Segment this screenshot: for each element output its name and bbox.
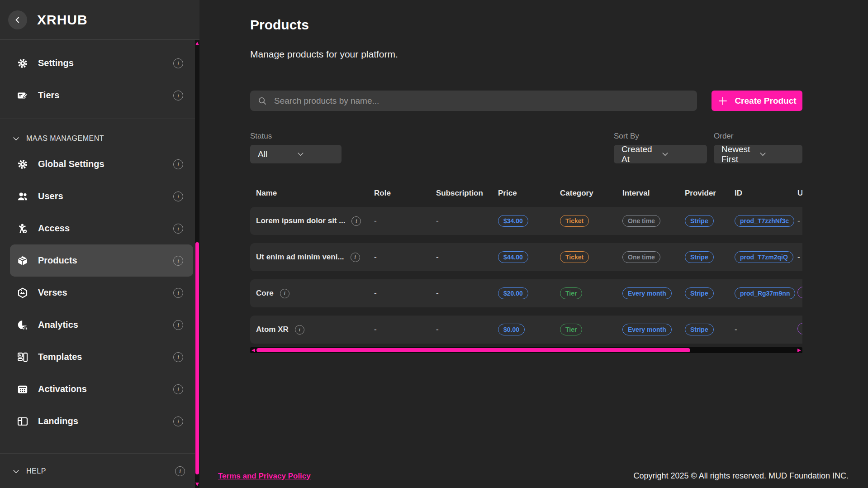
- sidebar-item-settings[interactable]: Settings: [10, 47, 193, 79]
- info-icon[interactable]: [173, 384, 183, 394]
- info-icon[interactable]: [175, 466, 185, 476]
- column-header-provider: Provider: [685, 189, 735, 198]
- copyright-text: Copyright 2025 © All rights reserved. MU…: [634, 471, 849, 481]
- role-value: -: [374, 289, 436, 298]
- info-icon[interactable]: [351, 253, 360, 262]
- column-header-price: Price: [498, 189, 560, 198]
- sidebar-scrollbar[interactable]: [195, 40, 199, 488]
- sort-by-select[interactable]: Created At: [614, 145, 707, 163]
- table-row[interactable]: Ut enim ad minim veni... - - $44.00 Tick…: [250, 243, 802, 271]
- pie-chart-icon: [17, 319, 28, 331]
- search-icon: [257, 96, 267, 106]
- chevron-down-icon: [661, 150, 701, 158]
- product-name: Core: [256, 289, 274, 298]
- interval-pill: One time: [622, 215, 660, 227]
- provider-pill: Stripe: [685, 251, 714, 263]
- product-id-pill: prod_Rg37m9nn: [735, 287, 795, 299]
- sidebar-item-global-settings[interactable]: Global Settings: [10, 148, 193, 180]
- sidebar-item-verses[interactable]: Verses: [10, 277, 193, 309]
- order-value: Newest First: [721, 144, 759, 164]
- info-icon[interactable]: [173, 159, 183, 169]
- table-header-row: Name Role Subscription Price Category In…: [250, 186, 802, 201]
- info-icon[interactable]: [173, 224, 183, 234]
- app-window: XRHUB Settings Tiers: [0, 0, 868, 488]
- create-product-label: Create Product: [735, 96, 796, 106]
- sidebar-item-analytics[interactable]: Analytics: [10, 309, 193, 341]
- card-edit-icon: [17, 90, 28, 101]
- gear-icon: [17, 57, 28, 69]
- info-icon[interactable]: [280, 289, 289, 298]
- sidebar-item-label: Access: [38, 223, 164, 234]
- plus-icon: [717, 96, 728, 106]
- sidebar-item-label: Settings: [38, 58, 164, 68]
- sidebar-item-templates[interactable]: Templates: [10, 341, 193, 373]
- info-icon[interactable]: [351, 216, 361, 226]
- interval-pill: Every month: [622, 324, 672, 335]
- subscription-value: -: [436, 253, 498, 262]
- sidebar-item-landings[interactable]: Landings: [10, 405, 193, 437]
- scroll-down-arrow-icon[interactable]: [195, 483, 199, 486]
- price-pill: $34.00: [498, 215, 528, 227]
- scrollbar-thumb[interactable]: [256, 348, 690, 352]
- order-filter: Order Newest First: [714, 132, 802, 163]
- subscription-value: -: [436, 325, 498, 334]
- chevron-down-icon: [12, 468, 20, 475]
- provider-pill: Stripe: [685, 287, 714, 299]
- create-product-button[interactable]: Create Product: [711, 91, 802, 111]
- sidebar-section-help[interactable]: HELP: [0, 454, 195, 488]
- info-icon[interactable]: [173, 58, 183, 68]
- updated-value: -: [797, 253, 802, 262]
- price-pill: $44.00: [498, 251, 528, 263]
- chevron-down-icon: [759, 150, 797, 158]
- category-pill: Ticket: [560, 251, 589, 263]
- sidebar-item-label: Landings: [38, 416, 164, 426]
- sidebar-item-activations[interactable]: Activations: [10, 373, 193, 405]
- column-header-updated: U: [797, 189, 802, 198]
- table-row[interactable]: Core - - $20.00 Tier Every month Stripe …: [250, 279, 802, 307]
- category-pill: Tier: [560, 324, 582, 335]
- info-icon[interactable]: [173, 416, 183, 426]
- filters-row: Status All Sort By Created At: [250, 132, 802, 163]
- product-id-value: -: [735, 325, 797, 334]
- table-horizontal-scrollbar[interactable]: [250, 347, 802, 353]
- footer: Terms and Privacy Policy Copyright 2025 …: [199, 471, 868, 488]
- info-icon[interactable]: [173, 320, 183, 330]
- scrollbar-thumb[interactable]: [195, 242, 199, 474]
- column-header-category: Category: [560, 189, 622, 198]
- collapse-sidebar-button[interactable]: [8, 10, 27, 29]
- sidebar-item-label: Analytics: [38, 320, 164, 330]
- scroll-up-arrow-icon[interactable]: [195, 42, 199, 45]
- terms-privacy-link[interactable]: Terms and Privacy Policy: [218, 472, 311, 481]
- sort-by-filter: Sort By Created At: [614, 132, 707, 163]
- provider-pill: Stripe: [685, 215, 714, 227]
- scroll-right-arrow-icon[interactable]: [797, 349, 801, 352]
- info-icon[interactable]: [295, 325, 304, 335]
- sidebar-item-label: Verses: [38, 287, 164, 298]
- status-select[interactable]: All: [250, 145, 342, 163]
- table-row[interactable]: Atom XR - - $0.00 Tier Every month Strip…: [250, 316, 802, 344]
- sidebar-item-products[interactable]: Products: [10, 244, 193, 277]
- search-input[interactable]: [273, 96, 690, 106]
- table-row[interactable]: Lorem ipsum dolor sit ... - - $34.00 Tic…: [250, 207, 802, 235]
- keypad-icon: [17, 383, 28, 395]
- info-icon[interactable]: [173, 256, 183, 266]
- scroll-left-arrow-icon[interactable]: [251, 349, 255, 352]
- sidebar-help-section: HELP: [0, 453, 195, 488]
- info-icon[interactable]: [173, 288, 183, 298]
- order-label: Order: [714, 132, 802, 141]
- role-value: -: [374, 325, 436, 334]
- sidebar-item-users[interactable]: Users: [10, 180, 193, 212]
- info-icon[interactable]: [173, 91, 183, 100]
- info-icon[interactable]: [173, 191, 183, 201]
- sidebar-section-maas[interactable]: MAAS MANAGEMENT: [0, 119, 199, 148]
- section-label: HELP: [26, 467, 169, 475]
- sidebar-item-label: Tiers: [38, 90, 164, 100]
- cube-scene-icon: [17, 287, 28, 299]
- info-icon[interactable]: [173, 352, 183, 362]
- column-header-role: Role: [374, 189, 436, 198]
- clipped-pill: [797, 287, 802, 298]
- layout-blocks-icon: [17, 351, 28, 363]
- sidebar-item-tiers[interactable]: Tiers: [10, 79, 193, 111]
- sidebar-item-access[interactable]: Access: [10, 212, 193, 244]
- order-select[interactable]: Newest First: [714, 145, 802, 163]
